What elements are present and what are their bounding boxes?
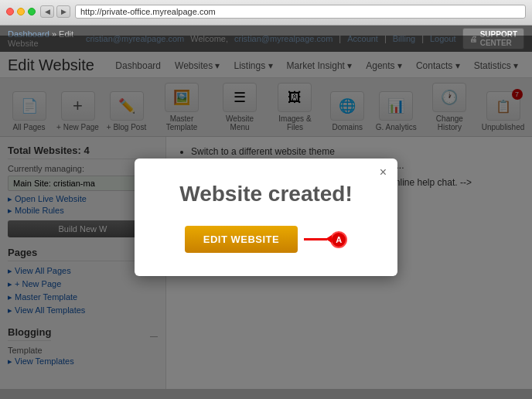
back-btn[interactable]: ◀	[40, 5, 54, 18]
edit-website-btn[interactable]: EDIT WEBSITE	[185, 226, 298, 253]
annotation-circle: A	[330, 231, 347, 248]
minimize-window-btn[interactable]	[17, 8, 25, 15]
arrow-line	[304, 238, 327, 240]
close-window-btn[interactable]	[6, 8, 14, 15]
arrow-annotation: A	[304, 231, 347, 248]
modal-close-btn[interactable]: ×	[380, 166, 387, 179]
maximize-window-btn[interactable]	[28, 8, 36, 15]
window-controls	[6, 8, 36, 15]
forward-btn[interactable]: ▶	[56, 5, 70, 18]
modal-actions: EDIT WEBSITE A	[158, 226, 374, 253]
browser-chrome: ◀ ▶ http://private-office.myrealpage.com	[0, 0, 532, 26]
modal-dialog: × Website created! EDIT WEBSITE A	[135, 159, 397, 276]
address-bar[interactable]: http://private-office.myrealpage.com	[75, 5, 526, 19]
modal-title: Website created!	[158, 182, 374, 206]
modal-overlay: × Website created! EDIT WEBSITE A	[0, 36, 532, 399]
